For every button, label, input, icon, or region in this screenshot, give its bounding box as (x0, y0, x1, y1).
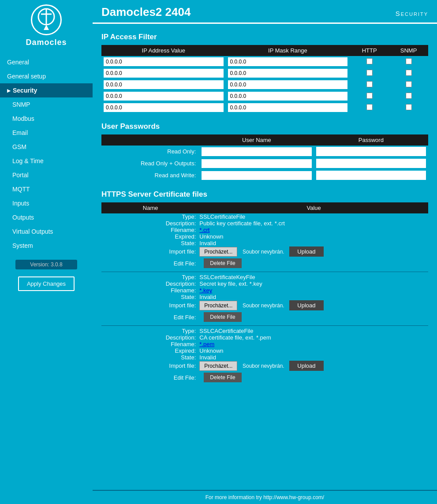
sidebar-item-gsm[interactable]: GSM (0, 140, 93, 154)
pw-username-cell-0 (199, 146, 314, 157)
cert-value-1: Secret key file, ext. *.key (199, 280, 428, 287)
sidebar-item-virtual-outputs[interactable]: Virtual Outputs (0, 224, 93, 239)
no-file-label-2: Soubor nevybrán. (243, 363, 284, 369)
pw-username-input-2[interactable] (202, 171, 311, 180)
delete-button-1[interactable]: Delete File (204, 312, 241, 322)
ip-address-input-0[interactable] (104, 57, 224, 66)
cert-value-1: Invalid (199, 294, 428, 300)
cert-import-cell-0: Procházet... Soubor nevybrán. Upload (199, 246, 428, 257)
ip-http-cell-3 (350, 90, 389, 102)
pw-password-input-1[interactable] (316, 159, 426, 168)
ip-mask-cell-4 (226, 102, 350, 113)
cert-edit-cell-2: Delete File (199, 371, 428, 384)
no-file-label-1: Soubor nevybrán. (243, 302, 284, 309)
ip-address-input-3[interactable] (104, 92, 224, 101)
ip-http-cell-0 (350, 56, 389, 67)
footer: For more information try http://www.hw-g… (93, 490, 437, 504)
cert-filename-link-2[interactable]: *.pem (199, 341, 214, 347)
sidebar-item-security[interactable]: Security (0, 83, 93, 97)
sidebar-item-inputs[interactable]: Inputs (0, 196, 93, 210)
cert-edit-cell-1: Delete File (199, 310, 428, 324)
browse-button-0[interactable]: Procházet... (199, 247, 237, 257)
cert-info-row-2: Description: CA certificate file, ext. *… (101, 334, 428, 341)
pw-username-input-0[interactable] (202, 147, 311, 156)
ip-snmp-checkbox-1[interactable] (406, 70, 412, 76)
pw-username-cell-2 (199, 169, 314, 181)
ip-snmp-cell-1 (389, 67, 428, 79)
cert-label-1: Filename: (101, 287, 199, 294)
user-passwords-title: User Passwords (101, 122, 428, 131)
sidebar-item-general-setup[interactable]: General setup (0, 69, 93, 83)
browse-button-2[interactable]: Procházet... (199, 361, 237, 371)
ip-mask-input-0[interactable] (228, 57, 348, 66)
ip-header-http: HTTP (350, 45, 389, 56)
delete-button-0[interactable]: Delete File (204, 258, 241, 268)
cert-info-row-0: Expired: Unknown (101, 233, 428, 240)
ip-mask-input-2[interactable] (228, 80, 348, 89)
pw-username-input-1[interactable] (202, 159, 311, 168)
apply-changes-button[interactable]: Apply Changes (18, 276, 75, 291)
cert-info-row-2: Type: SSLCACertificateFile (101, 328, 428, 334)
ip-address-cell-2 (101, 79, 226, 90)
pw-table-row: Read and Write: (101, 169, 428, 181)
cert-info-row-1: Type: SSLCertificateKeyFile (101, 274, 428, 280)
cert-filename-link-1[interactable]: *.key (199, 287, 212, 294)
ip-address-input-4[interactable] (104, 103, 224, 112)
upload-button-0[interactable]: Upload (289, 246, 323, 257)
ip-address-input-2[interactable] (104, 80, 224, 89)
cert-info-row-0: State: Invalid (101, 240, 428, 246)
pw-password-input-2[interactable] (316, 171, 426, 180)
upload-button-1[interactable]: Upload (289, 300, 323, 310)
ip-mask-input-3[interactable] (228, 92, 348, 101)
footer-text: For more information try http://www.hw-g… (205, 494, 324, 500)
sidebar: Damocles General General setup Security … (0, 0, 93, 504)
ip-snmp-checkbox-2[interactable] (406, 81, 412, 87)
https-cert-table: Name Value Type: SSLCertificateFile Desc… (101, 202, 428, 384)
sidebar-item-system[interactable]: System (0, 239, 93, 253)
cert-filename-link-0[interactable]: *.crt (199, 227, 209, 233)
cert-label-2: Expired: (101, 347, 199, 354)
sidebar-item-modbus[interactable]: Modbus (0, 112, 93, 126)
cert-import-row-0: Import file: Procházet... Soubor nevybrá… (101, 246, 428, 257)
cert-label-0: Description: (101, 220, 199, 227)
ip-snmp-cell-3 (389, 90, 428, 102)
pw-header-password: Password (314, 134, 428, 146)
ip-table-row (101, 56, 428, 67)
cert-value-2: *.pem (199, 341, 428, 347)
sidebar-item-snmp[interactable]: SNMP (0, 97, 93, 112)
sidebar-item-mqtt[interactable]: MQTT (0, 182, 93, 196)
ip-http-checkbox-1[interactable] (366, 70, 373, 76)
cert-label-1: Type: (101, 274, 199, 280)
browse-button-1[interactable]: Procházet... (199, 301, 237, 310)
cert-edit-cell-0: Delete File (199, 257, 428, 270)
cert-import-row-1: Import file: Procházet... Soubor nevybrá… (101, 300, 428, 310)
ip-http-checkbox-0[interactable] (366, 58, 373, 64)
pw-table-row: Read Only + Outputs: (101, 157, 428, 169)
sidebar-item-outputs[interactable]: Outputs (0, 210, 93, 224)
ip-snmp-checkbox-4[interactable] (406, 104, 412, 110)
cert-info-row-2: State: Invalid (101, 354, 428, 361)
cert-import-cell-2: Procházet... Soubor nevybrán. Upload (199, 361, 428, 371)
ip-snmp-cell-0 (389, 56, 428, 67)
sidebar-item-portal[interactable]: Portal (0, 168, 93, 182)
ip-http-checkbox-4[interactable] (366, 104, 373, 110)
ip-snmp-checkbox-3[interactable] (406, 93, 412, 99)
cert-import-label-2: Import file: (101, 361, 199, 371)
sidebar-item-general[interactable]: General (0, 55, 93, 69)
ip-address-input-1[interactable] (104, 69, 224, 78)
pw-password-input-0[interactable] (316, 147, 426, 156)
upload-button-2[interactable]: Upload (289, 361, 323, 371)
sidebar-item-log-time[interactable]: Log & Time (0, 154, 93, 168)
cert-label-0: State: (101, 240, 199, 246)
sidebar-item-email[interactable]: Email (0, 126, 93, 140)
cert-info-row-2: Expired: Unknown (101, 347, 428, 354)
ip-snmp-checkbox-0[interactable] (406, 58, 412, 64)
ip-mask-input-4[interactable] (228, 103, 348, 112)
cert-value-0: Unknown (199, 233, 428, 240)
delete-button-2[interactable]: Delete File (204, 373, 241, 382)
ip-mask-input-1[interactable] (228, 69, 348, 78)
ip-http-checkbox-3[interactable] (366, 93, 373, 99)
ip-header-address: IP Address Value (101, 45, 226, 56)
ip-http-checkbox-2[interactable] (366, 81, 373, 87)
cert-value-1: SSLCertificateKeyFile (199, 274, 428, 280)
